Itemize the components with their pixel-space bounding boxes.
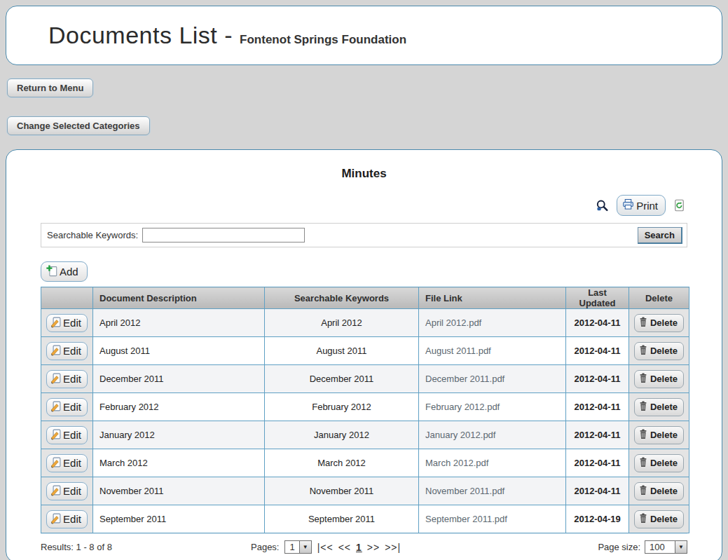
file-link[interactable]: February 2012.pdf: [419, 393, 566, 421]
edit-button[interactable]: Edit: [46, 398, 88, 416]
file-link[interactable]: August 2011.pdf: [419, 337, 566, 365]
document-description-cell: September 2011: [93, 505, 265, 533]
add-button[interactable]: Add: [41, 261, 88, 282]
delete-button[interactable]: Delete: [634, 398, 684, 416]
next-page-link[interactable]: >>: [367, 542, 380, 553]
delete-button-label: Delete: [650, 402, 678, 412]
delete-button-label: Delete: [650, 430, 678, 440]
document-description-cell: March 2012: [93, 449, 265, 477]
previous-page-link[interactable]: <<: [338, 542, 351, 553]
delete-button-label: Delete: [650, 486, 678, 496]
change-selected-categories-button[interactable]: Change Selected Categories: [7, 116, 150, 135]
edit-pencil-icon: [50, 512, 62, 526]
edit-pencil-icon: [50, 316, 62, 330]
edit-button-label: Edit: [63, 485, 81, 497]
edit-button[interactable]: Edit: [46, 482, 88, 500]
edit-button-label: Edit: [63, 401, 81, 413]
table-footer: Results: 1 - 8 of 8 Pages: 1 ▼ |<< << 1 …: [41, 533, 687, 554]
search-button[interactable]: Search: [638, 227, 682, 244]
chevron-down-icon: ▼: [299, 541, 311, 553]
delete-button[interactable]: Delete: [634, 426, 684, 444]
page-select[interactable]: 1 ▼: [284, 540, 311, 554]
table-row: Edit December 2011 December 2011 Decembe…: [41, 365, 689, 393]
searchable-keywords-cell: March 2012: [265, 449, 419, 477]
pages-label: Pages:: [251, 542, 279, 552]
add-button-label: Add: [60, 266, 78, 278]
last-updated-cell: 2012-04-11: [566, 477, 629, 505]
chevron-down-icon: ▼: [675, 541, 687, 553]
table-header-row: Document Description Searchable Keywords…: [41, 287, 689, 309]
page-size-label: Page size:: [598, 542, 640, 552]
delete-button[interactable]: Delete: [634, 510, 684, 528]
table-row: Edit January 2012 January 2012 January 2…: [41, 421, 689, 449]
edit-button-label: Edit: [63, 513, 81, 525]
last-page-link[interactable]: >>|: [385, 542, 401, 553]
delete-button[interactable]: Delete: [634, 482, 684, 500]
trash-icon: [638, 485, 648, 498]
magnifier-icon[interactable]: [596, 199, 609, 212]
delete-button-label: Delete: [650, 514, 678, 524]
last-updated-cell: 2012-04-11: [566, 309, 629, 337]
trash-icon: [638, 457, 648, 470]
pagination: |<< << 1 >> >>|: [317, 542, 401, 553]
searchable-keywords-cell: April 2012: [265, 309, 419, 337]
edit-button[interactable]: Edit: [46, 370, 88, 388]
last-updated-cell: 2012-04-11: [566, 393, 629, 421]
edit-pencil-icon: [50, 400, 62, 414]
first-page-link[interactable]: |<<: [317, 542, 334, 553]
delete-button-label: Delete: [650, 317, 678, 328]
page-title-main: Documents List -: [48, 22, 233, 49]
delete-button-label: Delete: [650, 374, 678, 384]
table-row: Edit February 2012 February 2012 Februar…: [41, 393, 689, 421]
page-size-value: 100: [645, 541, 675, 553]
document-description-cell: November 2011: [93, 477, 265, 505]
return-to-menu-button[interactable]: Return to Menu: [7, 78, 93, 97]
document-description-cell: January 2012: [93, 421, 265, 449]
edit-button-label: Edit: [63, 373, 81, 385]
current-page-link[interactable]: 1: [356, 542, 362, 553]
delete-button[interactable]: Delete: [634, 454, 684, 472]
file-link[interactable]: September 2011.pdf: [419, 505, 566, 533]
file-link[interactable]: January 2012.pdf: [419, 421, 566, 449]
printer-icon: [622, 198, 634, 212]
results-count: Results: 1 - 8 of 8: [41, 542, 251, 552]
edit-button[interactable]: Edit: [46, 426, 88, 444]
delete-button-label: Delete: [650, 458, 678, 468]
documents-panel: Minutes Print: [6, 149, 722, 560]
searchable-keywords-cell: November 2011: [265, 477, 419, 505]
edit-button[interactable]: Edit: [46, 342, 88, 360]
delete-button[interactable]: Delete: [634, 370, 684, 388]
print-button[interactable]: Print: [617, 195, 666, 216]
edit-pencil-icon: [50, 344, 62, 358]
delete-button[interactable]: Delete: [634, 342, 684, 360]
search-input[interactable]: [142, 228, 305, 243]
page-header: Documents List - Fontenot Springs Founda…: [6, 6, 722, 65]
searchable-keywords-cell: August 2011: [265, 337, 419, 365]
page-size-select[interactable]: 100 ▼: [645, 540, 687, 554]
refresh-icon[interactable]: [673, 199, 685, 212]
delete-button[interactable]: Delete: [634, 314, 684, 332]
search-label: Searchable Keywords:: [47, 230, 138, 240]
table-row: Edit November 2011 November 2011 Novembe…: [41, 477, 689, 505]
trash-icon: [638, 401, 648, 414]
searchable-keywords-cell: December 2011: [265, 365, 419, 393]
edit-button[interactable]: Edit: [46, 454, 88, 472]
last-updated-cell: 2012-04-19: [566, 505, 629, 533]
column-header-last-updated: Last Updated: [566, 287, 629, 309]
file-link[interactable]: March 2012.pdf: [419, 449, 566, 477]
trash-icon: [638, 513, 648, 526]
trash-icon: [638, 345, 648, 357]
category-heading: Minutes: [6, 167, 722, 181]
last-updated-cell: 2012-04-11: [566, 337, 629, 365]
document-description-cell: December 2011: [93, 365, 265, 393]
edit-button[interactable]: Edit: [46, 510, 88, 528]
edit-pencil-icon: [50, 484, 62, 498]
file-link[interactable]: November 2011.pdf: [419, 477, 566, 505]
file-link[interactable]: April 2012.pdf: [419, 309, 566, 337]
table-row: Edit September 2011 September 2011 Septe…: [41, 505, 689, 533]
file-link[interactable]: December 2011.pdf: [419, 365, 566, 393]
edit-button[interactable]: Edit: [46, 314, 88, 332]
searchable-keywords-cell: September 2011: [265, 505, 419, 533]
edit-pencil-icon: [50, 428, 62, 442]
trash-icon: [638, 317, 648, 329]
